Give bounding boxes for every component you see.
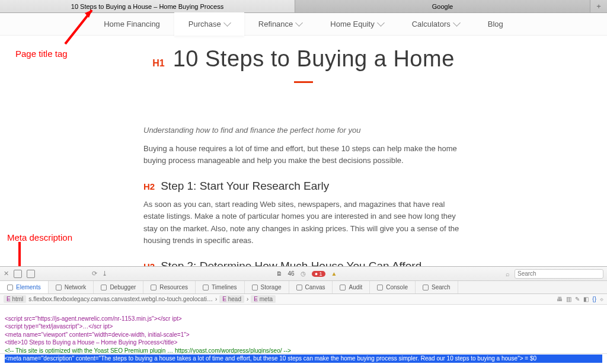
tab-elements[interactable]: Elements <box>0 281 49 293</box>
layout-icon[interactable]: ▥ <box>566 296 571 302</box>
storage-icon <box>252 285 258 290</box>
tab-title: Google <box>432 3 453 10</box>
code-line: <script type="text/javascript">…</scr ip… <box>5 323 113 330</box>
nav-home-equity[interactable]: Home Equity <box>316 13 397 36</box>
console-prompt[interactable]: › <box>0 353 607 364</box>
chevron-down-icon <box>377 19 385 27</box>
devtools-panel: ✕ ⟳ ⤓ 🗎46 ◷ ● 1 ▲ ⌕ Elements Network Deb… <box>0 266 607 364</box>
new-tab-button[interactable]: + <box>590 0 607 12</box>
tab-label: Debugger <box>110 284 136 290</box>
tag-icon[interactable]: ⟐ <box>600 296 603 302</box>
nav-label: Purchase <box>189 20 221 28</box>
h1-annotation: H1 <box>152 58 164 69</box>
code-line: <meta name="viewport" content="width=dev… <box>5 331 190 338</box>
crumb-meta[interactable]: E meta <box>251 295 276 303</box>
browser-tab-active[interactable]: 10 Steps to Buying a House – Home Buying… <box>0 0 295 12</box>
tab-label: Network <box>65 284 87 290</box>
code-line: <title>10 Steps to Buying a House – Home… <box>5 339 177 346</box>
audit-icon <box>340 285 346 290</box>
resources-icon <box>151 285 156 290</box>
doc-icon: 🗎 <box>276 270 282 277</box>
nav-label: Home Equity <box>330 20 374 28</box>
tab-audit[interactable]: Audit <box>333 281 370 293</box>
tab-label: Resources <box>159 284 188 290</box>
nav-purchase[interactable]: Purchase <box>174 13 244 36</box>
devtools-sidebar-icons: 🖶▥✎◧{}⟐ <box>557 296 603 302</box>
tab-label: Elements <box>16 284 41 290</box>
error-badge[interactable]: ● 1 <box>312 271 325 277</box>
page-content: H1 10 Steps to Buying a Home Understandi… <box>0 36 607 273</box>
nav-calculators[interactable]: Calculators <box>398 13 474 36</box>
nav-home-financing[interactable]: Home Financing <box>90 13 174 36</box>
page-heading: 10 Steps to Buying a Home <box>173 46 455 72</box>
nav-label: Refinance <box>258 20 293 28</box>
crumb-html[interactable]: E html <box>4 295 26 303</box>
print-icon[interactable]: 🖶 <box>557 296 563 302</box>
chevron-down-icon <box>223 19 231 27</box>
download-icon[interactable]: ⤓ <box>102 270 107 277</box>
devtools-search-input[interactable] <box>515 269 603 279</box>
tab-label: Canvas <box>305 284 325 290</box>
braces-icon[interactable]: {} <box>592 296 596 302</box>
tab-console[interactable]: Console <box>370 281 416 293</box>
step1-paragraph: As soon as you can, start reading Web si… <box>143 199 464 247</box>
tab-timelines[interactable]: Timelines <box>196 281 244 293</box>
network-icon <box>56 285 62 290</box>
panel-toggle-icon[interactable] <box>27 270 35 278</box>
sidebar-toggle-icon[interactable] <box>14 270 22 278</box>
code-line: <script src="https://js-agent.newrelic.c… <box>5 315 182 322</box>
main-nav: Home Financing Purchase Refinance Home E… <box>0 13 607 36</box>
timelines-icon <box>203 285 209 290</box>
nav-label: Calculators <box>412 20 451 28</box>
browser-tab-bar: 10 Steps to Buying a House – Home Buying… <box>0 0 607 13</box>
nav-label: Home Financing <box>104 20 160 28</box>
tab-search[interactable]: Search <box>416 281 458 293</box>
tab-network[interactable]: Network <box>49 281 94 293</box>
tab-canvas[interactable]: Canvas <box>289 281 333 293</box>
time-icon: ◷ <box>301 270 306 277</box>
close-icon[interactable]: ✕ <box>4 270 9 277</box>
tab-storage[interactable]: Storage <box>245 281 289 293</box>
nav-label: Blog <box>488 20 503 28</box>
tab-title: 10 Steps to Buying a House – Home Buying… <box>71 3 223 10</box>
devtools-breadcrumb: E html s.flexbox.flexboxlegacy.canvas.ca… <box>0 294 607 305</box>
tab-debugger[interactable]: Debugger <box>94 281 143 293</box>
brush-icon[interactable]: ✎ <box>575 296 580 302</box>
nav-refinance[interactable]: Refinance <box>244 13 317 36</box>
intro-paragraph: Buying a house requires a lot of time an… <box>143 143 464 167</box>
warn-icon: ▲ <box>331 270 337 277</box>
crumb-classes: s.flexbox.flexboxlegacy.canvas.canvastex… <box>28 296 213 302</box>
h2-annotation: H2 <box>143 181 155 191</box>
browser-tab-inactive[interactable]: Google <box>295 0 590 12</box>
debugger-icon <box>101 285 107 290</box>
devtools-toolbar: ✕ ⟳ ⤓ 🗎46 ◷ ● 1 ▲ ⌕ <box>0 267 607 281</box>
tab-label: Console <box>386 284 408 290</box>
elements-icon <box>7 285 13 290</box>
devtools-tabs: Elements Network Debugger Resources Time… <box>0 281 607 294</box>
refresh-icon[interactable]: ⟳ <box>92 270 97 277</box>
code-line: <!-- This site is optimized with the Yoa… <box>5 347 291 354</box>
chevron-down-icon <box>453 19 461 27</box>
console-icon <box>377 285 383 290</box>
tab-label: Storage <box>261 284 282 290</box>
adjust-icon[interactable]: ◧ <box>583 296 589 302</box>
search-tab-icon <box>423 285 429 290</box>
crumb-head[interactable]: E head <box>219 295 244 303</box>
chevron-down-icon <box>295 19 303 27</box>
tab-label: Timelines <box>212 284 237 290</box>
tab-resources[interactable]: Resources <box>143 281 196 293</box>
search-icon: ⌕ <box>506 270 510 277</box>
canvas-icon <box>296 285 302 290</box>
intro-emphasis: Understanding how to find and finance th… <box>143 126 464 135</box>
tab-label: Search <box>432 284 451 290</box>
doc-count: 46 <box>288 270 295 277</box>
heading-divider <box>294 81 313 83</box>
tab-label: Audit <box>349 284 362 290</box>
nav-blog[interactable]: Blog <box>474 13 517 36</box>
step1-heading: Step 1: Start Your Research Early <box>161 180 329 193</box>
